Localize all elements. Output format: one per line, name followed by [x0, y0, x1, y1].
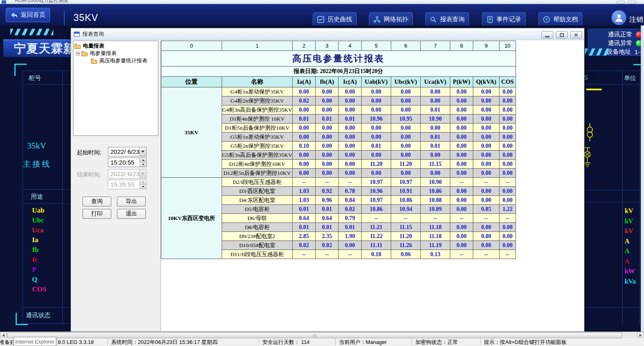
- tree-collapse-icon[interactable]: [76, 52, 80, 55]
- start-time-steppers[interactable]: [140, 158, 146, 167]
- nav-network-topology-label: 网络拓扑: [384, 16, 408, 23]
- value-cell: 0.00: [450, 169, 473, 178]
- value-cell: 0.00: [500, 96, 516, 105]
- spin-up-icon[interactable]: [140, 158, 146, 163]
- value-cell: 0.00: [473, 223, 500, 232]
- value-cell: 0.00: [500, 105, 516, 115]
- nav-event-record-button[interactable]: 事件记录: [482, 12, 526, 26]
- value-cell: 0.00: [339, 105, 362, 115]
- signal-label: Ib: [32, 246, 46, 256]
- value-cell: 0.02: [339, 205, 362, 214]
- start-date-combo[interactable]: 2022/ 6/23: [108, 147, 147, 156]
- value-cell: 10.90: [421, 115, 450, 124]
- column-header-cell: COS: [500, 77, 516, 87]
- value-cell: 0.01: [316, 205, 339, 214]
- device-address-label: 设备地址: [607, 48, 631, 56]
- grid-line: [23, 71, 71, 71]
- value-cell: 0.00: [473, 169, 500, 178]
- back-home-button[interactable]: 返回首页: [6, 8, 50, 22]
- value-cell: --: [473, 178, 500, 187]
- voltage-level-label: 35kV: [27, 141, 46, 151]
- start-date-dropdown-icon[interactable]: [140, 147, 146, 156]
- scroll-right-button[interactable]: [637, 332, 644, 339]
- tree-item-report[interactable]: 高压电参量统计报表: [74, 57, 157, 64]
- value-cell: 0.00: [339, 151, 362, 160]
- os-maximize-button[interactable]: [628, 1, 636, 4]
- grid-line: [584, 307, 639, 308]
- unit-label: kVa: [625, 278, 636, 288]
- nav-network-topology-button[interactable]: 网络拓扑: [369, 12, 413, 26]
- dialog-minimize-button[interactable]: [541, 31, 553, 39]
- tree-item-root[interactable]: 电量报表: [74, 42, 157, 50]
- export-button[interactable]: 导出: [117, 197, 146, 206]
- scrollbar-thumb[interactable]: [7, 332, 622, 338]
- report-tree: 电量报表 电参量报表 高压电参量统计报表: [73, 41, 158, 136]
- dialog-maximize-button[interactable]: [556, 31, 568, 39]
- nav-history-curve-button[interactable]: 历史曲线: [313, 12, 357, 26]
- print-button[interactable]: 打印: [83, 209, 111, 219]
- value-cell: 11.19: [421, 241, 450, 250]
- end-time-spinner: 15:35:55: [108, 180, 147, 189]
- user-avatar[interactable]: [612, 10, 626, 25]
- value-cell: 0.79: [339, 214, 362, 223]
- report-grid-panel: 012345678910高压电参量统计报表报表日期: 2022年06月23日15…: [160, 41, 584, 331]
- tree-item-root-label: 电量报表: [83, 42, 104, 50]
- dialog-titlebar[interactable]: 报表查询 ✕: [71, 28, 584, 40]
- value-cell: 0.00: [450, 142, 473, 151]
- device-name-cell: D1柜5n后备保护测控10KV: [222, 124, 293, 133]
- start-time-spinner[interactable]: 15:20:55: [108, 158, 147, 167]
- grid-line: [23, 307, 71, 308]
- os-minimize-button[interactable]: [616, 1, 625, 4]
- value-cell: 0.00: [362, 124, 391, 133]
- dialog-close-button[interactable]: ✕: [570, 31, 582, 39]
- unit-label: kV: [625, 218, 636, 228]
- vertical-scrollbar[interactable]: [641, 25, 644, 332]
- folder-icon: [74, 44, 81, 49]
- unit-label: A: [625, 247, 636, 258]
- logout-button[interactable]: 注销: [629, 15, 643, 24]
- value-cell: 0.00: [362, 87, 391, 96]
- value-cell: 2.35: [316, 232, 339, 241]
- value-cell: 0.00: [391, 124, 421, 133]
- report-search-icon: [430, 16, 437, 23]
- device-name-cell: G5柜2n保护测控35KV: [222, 142, 293, 151]
- scroll-left-button[interactable]: [0, 332, 7, 339]
- spin-down-icon: [140, 185, 146, 189]
- value-cell: 0.00: [473, 96, 500, 105]
- value-cell: 0.00: [421, 96, 450, 105]
- value-cell: 0.00: [450, 105, 473, 115]
- value-cell: 0.00: [421, 151, 450, 160]
- value-cell: 0.00: [473, 241, 500, 250]
- location-group-cell: 35KV: [161, 87, 222, 178]
- query-button[interactable]: 查询: [83, 197, 111, 206]
- device-name-cell: D12柜4n保护测控10KV: [222, 160, 293, 169]
- unit-label: A: [625, 258, 636, 268]
- value-cell: 0.00: [473, 187, 500, 196]
- tree-item-category[interactable]: 电参量报表: [74, 50, 157, 57]
- value-cell: 0.01: [293, 205, 316, 214]
- screen: Acrel-2000电力监控系统 返回首页 35KV 历史曲线: [0, 0, 644, 346]
- exit-button[interactable]: 退出: [117, 209, 146, 219]
- status-bar: 准备好 8.0 LEG 3.3.18 系统时间：2022年06月23日 15:3…: [0, 338, 644, 346]
- horizontal-scrollbar[interactable]: [0, 332, 644, 338]
- nav-report-query-button[interactable]: 报表查询: [425, 12, 469, 26]
- grid-line: [23, 204, 71, 204]
- value-cell: 0.00: [339, 142, 362, 151]
- decor-stripes-top-right: [585, 48, 609, 55]
- unit-label: A: [625, 238, 636, 248]
- value-cell: 0.00: [450, 133, 473, 142]
- value-cell: --: [316, 178, 339, 187]
- value-cell: 0.84: [339, 196, 362, 205]
- spin-down-icon[interactable]: [140, 163, 146, 167]
- nav-help-doc-button[interactable]: ? 帮助文档: [539, 12, 582, 26]
- end-date-dropdown-icon: [140, 170, 146, 178]
- value-cell: 0.00: [316, 124, 339, 133]
- value-cell: 0.10: [293, 142, 316, 151]
- value-cell: 10.97: [391, 178, 421, 187]
- comm-fail-label: 通讯异常: [608, 39, 633, 47]
- column-header-cell: P(kW): [450, 77, 473, 87]
- value-cell: --: [500, 214, 516, 223]
- value-cell: 0.01: [316, 115, 339, 124]
- app-window-icon: [2, 0, 6, 4]
- report-query-dialog: 报表查询 ✕ 电量报表 电参量报表: [71, 28, 584, 332]
